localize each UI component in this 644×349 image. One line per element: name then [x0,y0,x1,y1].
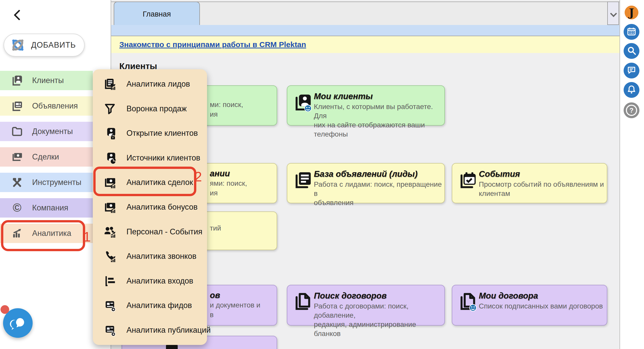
menu-item-sales-funnel[interactable]: Воронка продаж [93,97,207,121]
card-description: Просмотр событий по объявлениям и клиент… [479,180,604,198]
tools-icon [11,177,23,188]
card-leads-base[interactable]: База объявлений (лиды) Работа с лидами: … [287,163,445,203]
card-title: Мои договора [479,291,538,301]
doc-chart-icon [104,78,116,90]
menu-item-label: Источники клиентов [126,153,200,163]
person-pie-icon [104,152,116,164]
intro-banner: Знакомство с принципами работы в CRM Ple… [111,36,620,53]
card-desc-fragment: ми: поиск, [210,101,243,109]
intro-link[interactable]: Знакомство с принципами работы в CRM Ple… [119,40,306,49]
card-desc-fragment: и документов и [210,301,260,309]
folder-icon [11,126,23,137]
card-description: Клиенты, с которыми вы работаете. Для ни… [314,102,444,139]
card-description: Работа с договорами: поиск, добавление, … [314,302,444,338]
menu-item-deals-analytics[interactable]: Аналитика сделок [93,170,207,195]
tab-home-label: Главная [143,10,171,18]
help-icon[interactable]: ? [624,102,639,118]
menu-item-label: Аналитика звонков [126,252,196,261]
doc-smile-icon [458,292,477,311]
plektan-logo-icon [10,37,26,53]
sidebar-item-label: Объявления [32,101,78,111]
menu-item-label: Аналитика публикаций [126,326,211,335]
card-my-clients[interactable]: Мои клиенты Клиенты, с которыми вы работ… [287,85,445,126]
people-chart-icon [104,225,116,238]
sidebar-item-analytics[interactable]: Аналитика [0,224,93,243]
add-button-label: ДОБАВИТЬ [31,41,76,50]
right-rail: J ? [620,0,644,349]
card-desc-fragment: в [210,311,214,319]
chat-unread-dot [1,305,9,314]
menu-item-bonus-analytics[interactable]: Аналитика бонусов [93,195,207,220]
menu-item-leads-analytics[interactable]: Аналитика лидов [93,72,207,97]
menu-item-label: Аналитика бонусов [126,203,198,212]
card-description: Работа с лидами: поиск, превращение в об… [314,180,444,207]
sidebar-item-label: Аналитика [32,229,71,238]
chat-message-icon[interactable] [624,63,639,78]
analytics-dropdown-menu: Аналитика лидов Воронка продаж Открытие … [93,69,207,345]
sidebar-item-documents[interactable]: Документы [0,122,93,141]
sidebar-item-ads[interactable]: Объявления [0,96,93,116]
card-desc-fragment: ия [210,189,218,197]
menu-item-calls-analytics[interactable]: Аналитика звонков [93,244,207,269]
card-title-fragment: ов [210,290,220,300]
card-events[interactable]: События Просмотр событий по объявлениям … [452,163,607,203]
menu-item-label: Аналитика фидов [126,301,192,310]
sidebar-item-company[interactable]: © Компания [0,198,93,218]
menu-item-label: Воронка продаж [126,104,187,113]
analytics-icon [11,227,23,239]
sidebar-item-label: Компания [32,203,68,212]
menu-item-client-sources[interactable]: Источники клиентов [93,146,207,170]
menu-item-label: Аналитика лидов [126,79,190,89]
feed-out-icon [104,324,116,337]
person-unlock-icon [104,127,116,140]
tab-home[interactable]: Главная [114,2,200,26]
card-desc-fragment: ями: поиск, [210,179,247,187]
card-contract-search[interactable]: Поиск договоров Работа с договорами: пои… [287,285,445,326]
banknote-icon [11,151,23,163]
chat-bubbles-icon [8,313,28,333]
sidebar-item-label: Клиенты [32,76,64,85]
card-desc-fragment: ия [210,110,218,118]
sidebar-item-label: Документы [32,127,73,136]
back-button[interactable] [12,9,23,20]
funnel-icon [104,102,116,115]
tab-scroll-button[interactable] [607,2,619,25]
feed-out-icon [104,299,116,312]
menu-item-label: Аналитика входов [126,276,193,286]
bell-icon[interactable] [624,82,639,98]
clients-card-icon [11,75,23,86]
bars-chart-icon [104,275,116,287]
menu-item-publications-analytics[interactable]: Аналитика публикаций [93,318,207,342]
menu-item-feeds-analytics[interactable]: Аналитика фидов [93,293,207,318]
search-icon[interactable] [624,43,639,59]
step-number-2: 2 [194,169,202,184]
card-title: Поиск договоров [314,291,387,301]
user-avatar[interactable]: J [624,5,639,20]
avatar-initial: J [629,6,634,19]
doc-pages-icon [293,292,312,311]
clients-smile-icon [293,93,312,112]
menu-item-logins-analytics[interactable]: Аналитика входов [93,269,207,293]
menu-item-label: Аналитика сделок [126,178,193,187]
menu-item-client-opening[interactable]: Открытие клиентов [93,121,207,146]
step-number-1: 1 [83,229,91,245]
add-button[interactable]: ДОБАВИТЬ [4,34,85,57]
card-title-fragment: ании [210,169,230,178]
tab-underline-strip [111,25,620,36]
phone-chart-icon [104,250,116,263]
card-desc-fragment: тий [210,224,221,232]
ads-card-icon [11,100,23,112]
copyright-icon: © [11,202,23,214]
sidebar-item-deals[interactable]: Сделки [0,147,93,167]
sidebar-item-label: Сделки [32,152,59,162]
calendar-icon[interactable] [624,24,639,40]
card-my-contracts[interactable]: Мои договора Список подписанных вами дог… [452,285,607,326]
sidebar-item-tools[interactable]: Инструменты [0,173,93,192]
crm-plektan-app: ДОБАВИТЬ Клиенты Объявления Документы Сд… [0,0,644,349]
card-description: Список подписанных вами договоров [479,302,603,311]
money-chart-icon [104,176,116,189]
card-title: База объявлений (лиды) [314,169,418,179]
sidebar-item-clients[interactable]: Клиенты [0,71,93,90]
calendar-check-icon [458,171,477,190]
menu-item-staff-events[interactable]: Персонал - События [93,219,207,244]
